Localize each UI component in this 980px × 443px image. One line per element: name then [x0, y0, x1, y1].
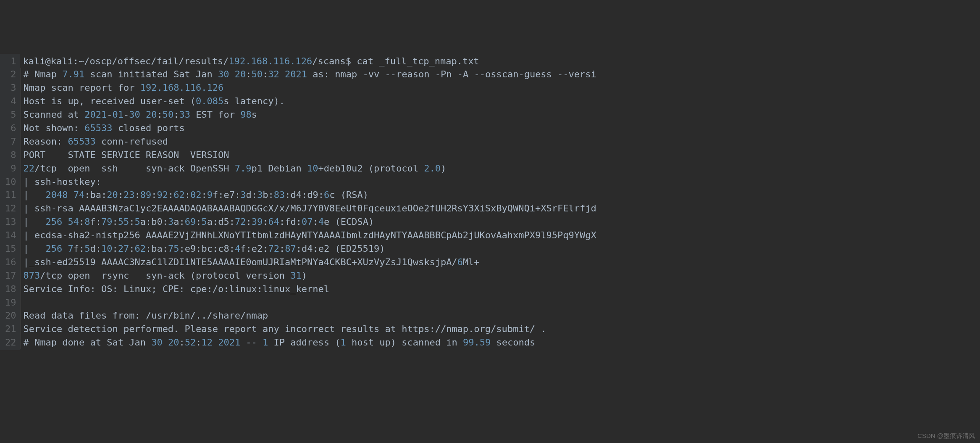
token-number: 2048 — [45, 190, 68, 200]
token-text — [163, 337, 168, 348]
code-line[interactable]: Not shown: 65533 closed ports — [21, 121, 980, 135]
token-number: 5 — [201, 216, 207, 227]
code-line[interactable]: Read data files from: /usr/bin/../share/… — [21, 309, 980, 322]
token-text: : — [246, 216, 251, 227]
token-number: 0.085 — [196, 96, 223, 106]
token-text: ) — [441, 163, 446, 174]
token-text: : — [157, 109, 162, 120]
token-text: : — [263, 69, 268, 79]
code-line[interactable]: Reason: 65533 conn-refused — [21, 135, 980, 148]
token-text: as: nmap -vv --reason -Pn -A --osscan-gu… — [307, 69, 596, 79]
token-text: :d4:e2 (ED25519) — [296, 243, 385, 254]
code-line[interactable]: PORT STATE SERVICE REASON VERSION — [21, 148, 980, 162]
token-text: /tcp open ssh syn-ack OpenSSH — [34, 163, 235, 174]
token-text: -- — [240, 337, 263, 348]
token-number: 65533 — [68, 136, 95, 147]
code-line[interactable]: # Nmap done at Sat Jan 30 20:52:12 2021 … — [21, 336, 980, 349]
code-line[interactable]: Scanned at 2021-01-30 20:50:33 EST for 9… — [21, 108, 980, 121]
token-number: 10 — [101, 243, 113, 254]
code-editor: 1 2 3 4 5 6 7 8 9 10 11 12 13 14 15 16 1… — [0, 54, 980, 351]
code-line[interactable]: |_ssh-ed25519 AAAAC3NzaC1lZDI1NTE5AAAAIE… — [21, 256, 980, 269]
code-line[interactable]: | 256 7f:5d:10:27:62:ba:75:e9:bc:c8:4f:e… — [21, 242, 980, 256]
token-number: 7 — [68, 243, 73, 254]
token-text: c (RSA) — [329, 190, 368, 200]
code-line[interactable]: | 256 54:8f:79:55:5a:b0:3a:69:5a:d5:72:3… — [21, 215, 980, 229]
code-line[interactable]: | ssh-rsa AAAAB3NzaC1yc2EAAAADAQABAAABAQ… — [21, 202, 980, 215]
code-line[interactable]: kali@kali:~/oscp/offsec/fail/results/192… — [21, 55, 980, 68]
code-line[interactable]: Service detection performed. Please repo… — [21, 322, 980, 336]
token-number: 83 — [274, 190, 285, 200]
token-text: :d4:d9: — [285, 190, 324, 200]
token-number: 256 — [45, 216, 62, 227]
token-number: 192.168.116.126 — [140, 82, 224, 93]
code-line[interactable]: Nmap scan report for 192.168.116.126 — [21, 81, 980, 95]
token-number: 2021 — [84, 109, 107, 120]
token-number: 87 — [285, 243, 296, 254]
token-number: 01 — [112, 109, 123, 120]
token-text: : — [151, 190, 157, 200]
token-number: 33 — [179, 109, 190, 120]
token-text: : — [201, 190, 207, 200]
code-line[interactable]: Service Info: OS: Linux; CPE: cpe:/o:lin… — [21, 282, 980, 296]
token-text: host up) scanned in — [346, 337, 463, 348]
token-text — [62, 216, 68, 227]
token-number: 92 — [157, 190, 168, 200]
token-text: IP address ( — [268, 337, 340, 348]
token-text — [229, 69, 235, 79]
token-number: 69 — [185, 216, 196, 227]
token-text: f:e2: — [240, 243, 268, 254]
token-number: 55 — [118, 216, 129, 227]
code-line[interactable]: 22/tcp open ssh syn-ack OpenSSH 7.9p1 De… — [21, 162, 980, 175]
token-text: :e9:bc:c8: — [179, 243, 234, 254]
token-number: 4 — [235, 243, 240, 254]
code-line[interactable]: 873/tcp open rsync syn-ack (protocol ver… — [21, 269, 980, 282]
token-text: | — [24, 190, 46, 200]
token-text: | — [24, 243, 46, 254]
token-text: Host is up, received user-set ( — [24, 96, 196, 106]
token-number: 79 — [101, 216, 113, 227]
token-number: 20 — [107, 190, 118, 200]
token-text: : — [112, 243, 118, 254]
code-line[interactable]: Host is up, received user-set (0.085s la… — [21, 95, 980, 108]
token-number: 62 — [134, 243, 146, 254]
token-number: 20 — [235, 69, 246, 79]
code-line[interactable]: | ecdsa-sha2-nistp256 AAAAE2VjZHNhLXNoYT… — [21, 229, 980, 242]
token-text: p1 Debian — [252, 163, 307, 174]
token-text: f: — [74, 243, 85, 254]
token-text: seconds — [491, 337, 535, 348]
code-line[interactable]: # Nmap 7.91 scan initiated Sat Jan 30 20… — [21, 68, 980, 81]
code-line[interactable] — [21, 296, 980, 309]
token-text: kali@kali:~/oscp/offsec/fail/results/ — [23, 56, 229, 66]
token-number: 2.0 — [424, 163, 441, 174]
token-text: : — [118, 190, 123, 200]
token-text: Scanned at — [24, 109, 85, 120]
token-text: : — [279, 243, 285, 254]
token-number: 27 — [118, 243, 129, 254]
token-number: 3 — [168, 216, 173, 227]
token-text: :fd: — [279, 216, 302, 227]
token-text: | ssh-hostkey: — [24, 177, 107, 187]
token-text: # Nmap — [24, 69, 63, 79]
token-number: 30 — [129, 109, 140, 120]
token-text: : — [263, 216, 268, 227]
token-number: 6 — [324, 190, 329, 200]
code-line[interactable]: | 2048 74:ba:20:23:89:92:62:02:9f:e7:3d:… — [21, 188, 980, 202]
token-text: b: — [263, 190, 274, 200]
token-number: 99.59 — [463, 337, 491, 348]
token-text: a:b0: — [140, 216, 168, 227]
token-number: 873 — [24, 270, 40, 281]
token-text: Service Info: OS: Linux; CPE: cpe:/o:lin… — [24, 284, 329, 294]
token-number: 7.9 — [235, 163, 252, 174]
token-text — [140, 109, 146, 120]
token-number: 52 — [185, 337, 196, 348]
code-line[interactable]: | ssh-hostkey: — [21, 175, 980, 189]
token-number: 23 — [123, 190, 135, 200]
token-number: 30 — [151, 337, 163, 348]
token-text — [279, 69, 285, 79]
token-number: 20 — [168, 337, 179, 348]
token-number: 12 — [201, 337, 213, 348]
code-content[interactable]: kali@kali:~/oscp/offsec/fail/results/192… — [20, 54, 980, 351]
token-text: Service detection performed. Please repo… — [24, 324, 546, 334]
token-text: /scans$ cat _full_tcp_nmap.txt — [312, 56, 479, 66]
token-number: 64 — [268, 216, 279, 227]
